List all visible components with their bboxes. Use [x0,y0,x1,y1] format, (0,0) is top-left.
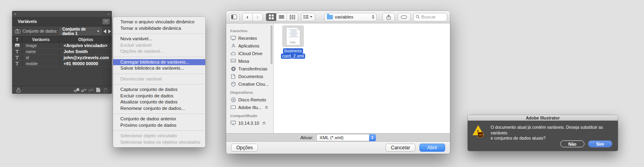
menu-item[interactable]: Salvar biblioteca de variáveis... [113,65,205,72]
arrange-button[interactable] [301,13,315,21]
search-input[interactable] [421,14,445,19]
documents-icon [230,74,236,79]
sidebar-section-title: Compartilhado [230,113,273,118]
disc-icon [230,97,236,102]
share-button[interactable] [382,13,395,21]
options-button[interactable]: Opções [231,144,258,152]
menu-item-load-variable-library[interactable]: Carregar biblioteca de variáveis... [113,59,205,66]
recents-icon [230,36,236,40]
lock-icon[interactable] [15,87,22,93]
table-row[interactable]: image <Arquivo vinculado> [12,43,112,49]
menu-item: Opções de variável... [113,48,205,55]
menu-item[interactable]: Próximo conjunto de dados [113,122,205,129]
table-row[interactable]: T id john@xyztravels.com [12,55,112,61]
table-row[interactable]: T name John Smith [12,49,112,55]
menu-item[interactable]: Renomear conjunto de dados... [113,105,205,112]
sidebar-item-icloud-drive[interactable]: iCloud Drive [230,49,273,57]
menu-item[interactable]: Tornar o arquivo vinculado dinâmico [113,19,205,25]
panel-menu-icon[interactable] [103,19,109,24]
menu-item: Desvincular variável [113,76,205,82]
creative-cloud-icon [230,82,236,87]
illustrator-badge-icon: Ai [478,132,483,137]
file-name-label: business card_2.xml [281,48,305,59]
sidebar-item-recentes[interactable]: Recentes [230,34,273,42]
new-variable-icon[interactable] [95,87,102,93]
table-header: T Variáveis Objetos [12,36,112,43]
trash-icon [102,87,109,93]
menu-separator [114,84,205,85]
warning-icon: ! Ai [473,125,485,151]
file-list-area[interactable]: XML business card_2.xml [274,23,450,133]
menu-item[interactable]: Nova variável... [113,36,205,42]
text-variable-icon: T [12,61,23,66]
sidebar-item-mesa[interactable]: Mesa [230,57,273,65]
file-item-business-card-2-xml[interactable]: XML business card_2.xml [280,25,306,59]
sidebar-item-transferencias[interactable]: Transferências [230,65,273,72]
visibility-icon[interactable] [80,87,87,93]
menu-item: Excluir variável [113,42,205,49]
open-file-dialog: ‹ › variables Favoritos [226,11,450,154]
menu-separator [114,74,205,74]
variables-panel: × ‹‹ Variáveis Conjunto de dados: Conjun… [12,11,112,94]
yes-button[interactable]: Sim [588,140,612,147]
sidebar-section-title: Dispositivos [230,90,273,95]
downloads-icon [230,66,236,71]
sidebar-item-documentos[interactable]: Documentos [230,72,273,80]
no-button[interactable]: Não [560,140,584,147]
menu-separator [114,33,205,34]
previous-dataset-arrow[interactable] [103,29,106,33]
menu-separator [114,130,205,131]
sidebar-toggle-button[interactable] [229,13,239,21]
sidebar-item-adobe-illustrator-disk[interactable]: Adobe Illu... [230,103,273,111]
open-button[interactable]: Abrir [419,144,445,152]
alert-title: Adobe Illustrator [468,115,618,121]
folder-icon [327,15,333,19]
menu-item[interactable]: Conjunto de dados anterior [113,116,205,122]
text-variable-icon: T [12,55,23,60]
icon-view-button[interactable] [266,13,277,21]
format-label: Ativar: [300,135,314,140]
sidebar-item-creative-cloud[interactable]: Creative Clou... [230,80,273,88]
text-variable-icon: T [12,49,23,54]
dialog-sidebar: Favoritos Recentes Aplicativos iCloud Dr… [226,23,274,133]
desktop-icon [230,59,236,63]
cancel-button[interactable]: Cancelar [386,144,415,152]
dataset-select[interactable]: Conjunto de dados 1 [60,28,101,35]
menu-item[interactable]: Capturar conjunto de dados [113,87,205,93]
menu-item[interactable]: Atualizar conjunto de dados [113,99,205,105]
table-row[interactable]: T mobile +91 90000 00000 [12,61,112,67]
variables-panel-menu: Tornar o arquivo vinculado dinâmico Torn… [113,17,205,147]
tags-button[interactable] [398,13,411,21]
menu-separator [114,57,205,57]
sidebar-section-title: Favoritos [230,29,273,33]
back-button[interactable]: ‹ [243,13,253,21]
list-view-button[interactable] [277,13,287,21]
capture-dataset-icon[interactable] [73,87,80,93]
eject-icon[interactable] [262,122,266,124]
file-badge: XML [287,41,300,44]
eject-icon[interactable] [265,106,268,109]
sidebar-item-shared-computer[interactable]: 10.14.3.10 [230,119,273,127]
table-empty-area [12,67,112,86]
sidebar-scrollbar[interactable] [270,25,272,64]
search-icon [416,15,420,19]
menu-item[interactable]: Tornar a visibilidade dinâmica [113,25,205,32]
column-view-button[interactable] [287,13,298,21]
close-icon[interactable]: × [14,12,16,16]
menu-item[interactable]: Excluir conjunto de dados [113,93,205,99]
illustrator-alert-dialog: Adobe Illustrator ! Ai O documento atual… [468,115,618,151]
next-dataset-arrow[interactable] [108,29,111,33]
sidebar-item-aplicativos[interactable]: Aplicativos [230,42,273,49]
stepper-icon [372,15,374,19]
folder-dropdown[interactable]: variables [324,13,377,21]
sidebar-item-disco-remoto[interactable]: Disco Remoto [230,96,273,103]
search-field[interactable] [413,13,447,21]
applications-icon [230,43,236,48]
format-dropdown[interactable]: XML (*.xml) [316,134,376,141]
tab-variaveis[interactable]: Variáveis [14,17,40,25]
xml-file-icon: XML [282,25,304,47]
forward-button[interactable]: › [253,13,263,21]
stepper-icon [369,134,376,141]
collapse-icon[interactable]: ‹‹ [107,12,110,16]
menu-separator [114,113,205,114]
